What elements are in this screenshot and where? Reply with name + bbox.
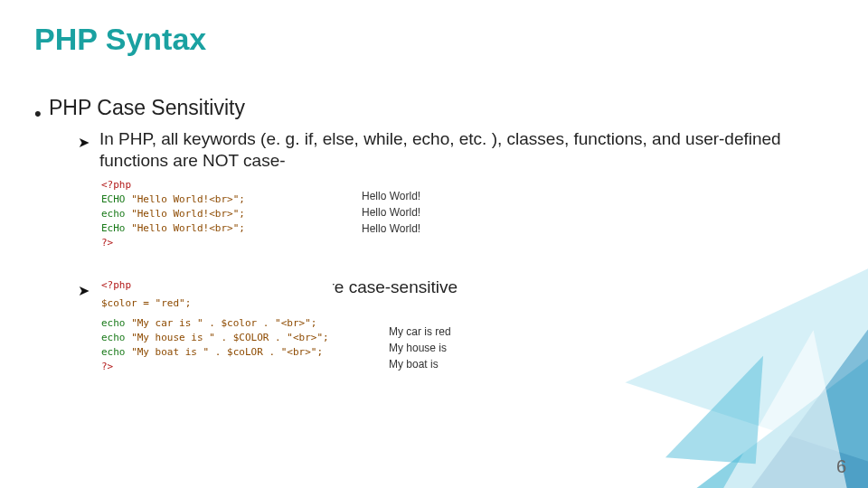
str: "My house is " . $COLOR . "<br>"; — [131, 332, 329, 343]
arrow-icon: ➤ — [78, 282, 90, 299]
slide: { "title": "PHP Syntax", "heading": "PHP… — [0, 0, 868, 488]
str: "My boat is " . $coLOR . "<br>"; — [131, 346, 323, 358]
kw: echo — [101, 317, 126, 329]
php-close-tag: ?> — [101, 361, 113, 372]
bullet-1-text: In PHP, all keywords (e. g. if, else, wh… — [99, 128, 796, 172]
str: "Hello World!<br>"; — [131, 193, 245, 205]
arrow-icon: ➤ — [78, 134, 90, 151]
str: "Hello World!<br>"; — [131, 222, 245, 234]
bullet-icon: • — [34, 102, 42, 126]
page-number: 6 — [836, 456, 846, 477]
kw: echo — [101, 346, 126, 358]
decorative-background — [479, 154, 868, 488]
section-heading: PHP Case Sensitivity — [49, 96, 245, 120]
output-line: Hello World! — [362, 204, 420, 221]
php-open-tag: <?php — [101, 179, 131, 191]
kw: EcHo — [101, 222, 126, 234]
code-block-2: <?php $color = "red"; echo "My car is " … — [101, 277, 333, 376]
kw: ECHO — [101, 193, 126, 205]
str: "Hello World!<br>"; — [131, 208, 245, 220]
kw: echo — [101, 208, 126, 220]
str: "My car is " . $color . "<br>"; — [131, 317, 316, 329]
slide-title: PHP Syntax — [34, 22, 206, 57]
output-line: Hello World! — [362, 188, 420, 204]
output-line: Hello World! — [362, 221, 420, 237]
code-block-1: <?php ECHO "Hello World!<br>"; echo "Hel… — [101, 178, 245, 250]
output-line: My car is red — [389, 324, 451, 340]
output-line: My boat is — [389, 356, 451, 372]
kw: echo — [101, 332, 126, 343]
php-open-tag: <?php — [101, 279, 131, 291]
output-block-2: My car is red My house is My boat is — [389, 324, 451, 372]
output-block-1: Hello World! Hello World! Hello World! — [362, 188, 420, 237]
output-line: My house is — [389, 340, 451, 356]
code-line: $color = "red"; — [101, 297, 191, 309]
php-close-tag: ?> — [101, 237, 113, 249]
